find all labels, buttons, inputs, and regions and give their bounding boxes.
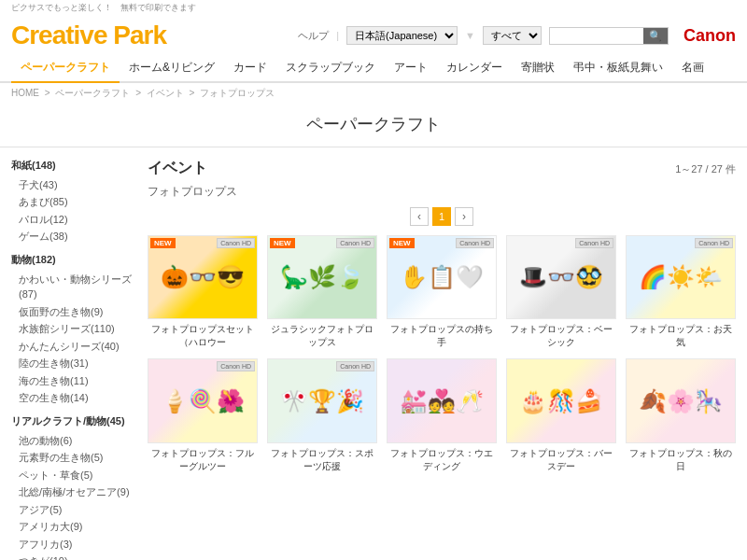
sidebar-section-title: 動物(182) xyxy=(11,253,133,267)
nav-item[interactable]: スクラップブック xyxy=(276,54,385,81)
nav-item[interactable]: 寄贈状 xyxy=(512,54,564,81)
new-badge: NEW xyxy=(389,238,415,248)
prev-page-button[interactable]: ‹ xyxy=(410,207,429,226)
nav-item[interactable]: カレンダー xyxy=(437,54,512,81)
product-emoji-art: 🍦🍭🌺 xyxy=(161,390,245,413)
product-name: フォトプロップス：ウエディング xyxy=(387,447,497,473)
page-1-button[interactable]: 1 xyxy=(432,207,451,226)
sidebar-item[interactable]: かんたんシリーズ(40) xyxy=(11,338,133,356)
sidebar-item[interactable]: アメリカ大(9) xyxy=(11,518,133,536)
sidebar: 和紙(148)子犬(43)あまび(85)パロル(12)ゲーム(38)動物(182… xyxy=(11,159,133,560)
breadcrumb: HOME > ペーパークラフト > イベント > フォトプロップス xyxy=(0,83,747,104)
product-card[interactable]: NEWCanon HD🎃👓😎フォトプロップスセット（ハロウー xyxy=(148,235,258,350)
product-name: フォトプロップス：秋の日 xyxy=(626,447,736,473)
product-thumbnail: Canon HD🎩👓🥸 xyxy=(506,235,616,320)
sidebar-item[interactable]: アジア(5) xyxy=(11,501,133,519)
product-card[interactable]: Canon HD🍦🍭🌺フォトプロップス：フルーグルツー xyxy=(148,358,258,473)
logo-area: Creative Park xyxy=(11,21,166,50)
product-emoji-art: 🎂🎊🍰 xyxy=(519,390,603,413)
sidebar-item[interactable]: 空の生き物(14) xyxy=(11,389,133,407)
product-thumbnail-inner: 🎂🎊🍰 xyxy=(507,359,615,442)
product-thumbnail: NEWCanon HD🎃👓😎 xyxy=(148,235,258,320)
product-card[interactable]: 💒💑🥂フォトプロップス：ウエディング xyxy=(387,358,497,473)
product-thumbnail-inner: 🎩👓🥸 xyxy=(507,236,615,319)
sidebar-section: 和紙(148)子犬(43)あまび(85)パロル(12)ゲーム(38) xyxy=(11,159,133,245)
product-card[interactable]: 🎂🎊🍰フォトプロップス：バースデー xyxy=(506,358,616,473)
sidebar-item[interactable]: あまび(85) xyxy=(11,193,133,211)
result-count: 1～27 / 27 件 xyxy=(675,162,736,176)
sidebar-item[interactable]: 水族館シリーズ(110) xyxy=(11,320,133,338)
product-name: ジュラシックフォトプロップス xyxy=(267,323,377,349)
nav-item[interactable]: カード xyxy=(224,54,276,81)
nav-item[interactable]: ペーパークラフト xyxy=(11,54,120,83)
language-select[interactable]: 日本語(Japanese) xyxy=(346,26,458,45)
sidebar-item[interactable]: 海の生き物(11) xyxy=(11,372,133,390)
sidebar-item[interactable]: アフリカ(3) xyxy=(11,536,133,553)
search-input[interactable] xyxy=(550,28,643,43)
sidebar-item[interactable]: 元素野の生き物(5) xyxy=(11,449,133,467)
breadcrumb-link[interactable]: フォトプロップス xyxy=(200,88,275,98)
sidebar-section: リアルクラフト/動物(45)池の動物(6)元素野の生き物(5)ペット・草食(5)… xyxy=(11,414,133,560)
sidebar-item[interactable]: パロル(12) xyxy=(11,211,133,229)
product-emoji-art: 🎃👓😎 xyxy=(161,266,245,288)
product-name: フォトプロップス：フルーグルツー xyxy=(148,447,258,473)
product-card[interactable]: NEWCanon HD🦕🌿🍃ジュラシックフォトプロップス xyxy=(267,235,377,350)
help-link[interactable]: ヘルプ xyxy=(298,29,329,43)
breadcrumb-link[interactable]: HOME xyxy=(11,88,39,98)
product-thumbnail: Canon HD🌈☀️🌤️ xyxy=(626,235,736,320)
sidebar-item[interactable]: 池の動物(6) xyxy=(11,432,133,450)
product-emoji-art: ✋📋🤍 xyxy=(400,266,484,288)
page-title: ペーパークラフト xyxy=(0,104,747,147)
category-select[interactable]: すべて xyxy=(483,26,542,45)
product-card[interactable]: Canon HD🎌🏆🎉フォトプロップス：スポーツ応援 xyxy=(267,358,377,473)
sidebar-section-title: リアルクラフト/動物(45) xyxy=(11,414,133,428)
product-thumbnail-inner: 🎃👓😎 xyxy=(148,236,257,319)
sidebar-item[interactable]: 北総/南極/オセアニア(9) xyxy=(11,483,133,501)
breadcrumb-link[interactable]: イベント xyxy=(147,88,184,98)
product-card[interactable]: NEWCanon HD✋📋🤍フォトプロップスの持ち手 xyxy=(387,235,497,350)
nav-item[interactable]: アート xyxy=(385,54,437,81)
canon-logo: Canon xyxy=(684,26,736,46)
sidebar-item[interactable]: ゲーム(38) xyxy=(11,228,133,245)
content-header: イベント 1～27 / 27 件 xyxy=(148,159,736,178)
sidebar-item[interactable]: 子犬(43) xyxy=(11,176,133,194)
pagination: ‹ 1 › xyxy=(148,207,736,226)
nav-item[interactable]: ホーム&リビング xyxy=(120,54,224,81)
canon-badge: Canon HD xyxy=(217,361,255,371)
nav-item[interactable]: 名画 xyxy=(672,54,713,81)
site-header: Creative Park ヘルプ | 日本語(Japanese) ▼ すべて … xyxy=(0,16,747,54)
search-button[interactable]: 🔍 xyxy=(643,28,668,44)
sidebar-item[interactable]: 仮面野の生き物(9) xyxy=(11,303,133,321)
product-thumbnail: NEWCanon HD✋📋🤍 xyxy=(387,235,497,320)
sidebar-item[interactable]: つきが(10) xyxy=(11,553,133,560)
nav-item[interactable]: 弔中・板紙見舞い xyxy=(564,54,672,81)
logo-title: Creative Park xyxy=(11,21,166,50)
product-thumbnail-inner: 🌈☀️🌤️ xyxy=(627,236,735,319)
product-thumbnail: Canon HD🎌🏆🎉 xyxy=(267,358,377,443)
product-name: フォトプロップスセット（ハロウー xyxy=(148,323,258,349)
sidebar-item[interactable]: ペット・草食(5) xyxy=(11,467,133,484)
product-name: フォトプロップス：ベーシック xyxy=(506,323,616,349)
breadcrumb-separator: > xyxy=(42,88,52,98)
new-badge: NEW xyxy=(270,238,295,248)
sidebar-section: 動物(182)かわいい・動物シリーズ(87)仮面野の生き物(9)水族館シリーズ(… xyxy=(11,253,133,407)
tagline: ピクサスでもっと楽しく！ 無料で印刷できます xyxy=(0,0,747,16)
product-thumbnail: Canon HD🍦🍭🌺 xyxy=(148,358,258,443)
product-thumbnail-inner: 🎌🏆🎉 xyxy=(268,359,376,442)
product-grid: NEWCanon HD🎃👓😎フォトプロップスセット（ハロウーNEWCanon H… xyxy=(148,235,736,473)
sidebar-section-title: 和紙(148) xyxy=(11,159,133,173)
product-name: フォトプロップス：お天気 xyxy=(626,323,736,349)
sidebar-item[interactable]: かわいい・動物シリーズ(87) xyxy=(11,271,133,303)
sidebar-item[interactable]: 陸の生き物(31) xyxy=(11,355,133,372)
canon-badge: Canon HD xyxy=(695,238,733,248)
canon-badge: Canon HD xyxy=(456,238,494,248)
product-name: フォトプロップス：スポーツ応援 xyxy=(267,447,377,473)
main-layout: 和紙(148)子犬(43)あまび(85)パロル(12)ゲーム(38)動物(182… xyxy=(0,147,747,560)
breadcrumb-link[interactable]: ペーパークラフト xyxy=(55,88,130,98)
product-card[interactable]: Canon HD🌈☀️🌤️フォトプロップス：お天気 xyxy=(626,235,736,350)
subsection-title: フォトプロップス xyxy=(148,184,736,200)
product-thumbnail-inner: 🦕🌿🍃 xyxy=(268,236,376,319)
product-card[interactable]: 🍂🌸🎠フォトプロップス：秋の日 xyxy=(626,358,736,473)
next-page-button[interactable]: › xyxy=(455,207,473,226)
product-card[interactable]: Canon HD🎩👓🥸フォトプロップス：ベーシック xyxy=(506,235,616,350)
